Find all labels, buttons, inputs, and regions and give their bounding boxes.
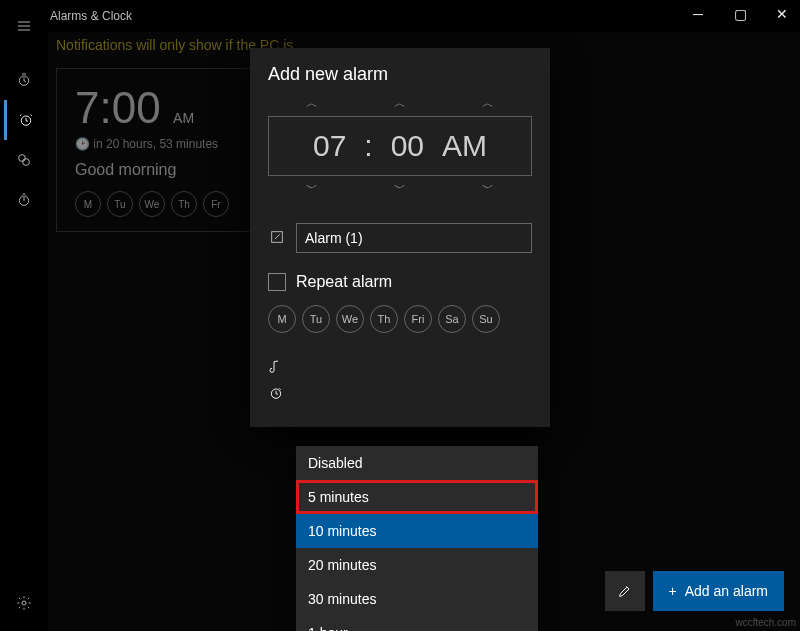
day-toggle[interactable]: M xyxy=(268,305,296,333)
dialog-days: MTuWeThFriSaSu xyxy=(268,305,532,333)
snooze-option[interactable]: 1 hour xyxy=(296,616,538,631)
time-picker[interactable]: 07 : 00 AM xyxy=(268,116,532,176)
snooze-option[interactable]: 10 minutes xyxy=(296,514,538,548)
add-alarm-dialog: Add new alarm ︿ ︿ ︿ 07 : 00 AM ﹀ ﹀ ﹀ Rep… xyxy=(250,48,550,427)
maximize-button[interactable]: ▢ xyxy=(730,4,750,24)
close-button[interactable]: ✕ xyxy=(772,4,792,24)
hour-value[interactable]: 07 xyxy=(313,129,346,163)
window-title: Alarms & Clock xyxy=(50,9,132,23)
plus-icon: + xyxy=(669,583,677,599)
dialog-title: Add new alarm xyxy=(268,64,532,85)
alarm-ampm: AM xyxy=(173,110,194,126)
alarm-name-input[interactable] xyxy=(296,223,532,253)
hour-down[interactable]: ﹀ xyxy=(300,180,324,197)
bell-icon: 🕑 xyxy=(75,137,93,151)
hour-up[interactable]: ︿ xyxy=(300,95,324,112)
snooze-option[interactable]: Disabled xyxy=(296,446,538,480)
day-toggle[interactable]: Tu xyxy=(302,305,330,333)
world-clock-icon[interactable] xyxy=(4,140,44,180)
day-toggle[interactable]: Th xyxy=(370,305,398,333)
edit-name-icon xyxy=(268,229,286,248)
day-pill: Fr xyxy=(203,191,229,217)
hamburger-button[interactable] xyxy=(4,6,44,46)
svg-point-3 xyxy=(23,159,30,166)
add-alarm-label: Add an alarm xyxy=(685,583,768,599)
day-toggle[interactable]: Sa xyxy=(438,305,466,333)
snooze-dropdown[interactable]: Disabled5 minutes10 minutes20 minutes30 … xyxy=(296,446,538,631)
add-alarm-button[interactable]: + Add an alarm xyxy=(653,571,784,611)
alarm-until: 🕑 in 20 hours, 53 minutes xyxy=(75,137,277,151)
day-pill: We xyxy=(139,191,165,217)
minute-up[interactable]: ︿ xyxy=(388,95,412,112)
day-pill: Th xyxy=(171,191,197,217)
svg-point-5 xyxy=(22,601,26,605)
ampm-up[interactable]: ︿ xyxy=(476,95,500,112)
time-colon: : xyxy=(364,129,372,163)
snooze-icon xyxy=(268,385,284,405)
timer-icon[interactable] xyxy=(4,60,44,100)
ampm-value[interactable]: AM xyxy=(442,129,487,163)
alarm-icon[interactable] xyxy=(4,100,44,140)
svg-point-2 xyxy=(19,155,26,162)
minimize-button[interactable]: ─ xyxy=(688,4,708,24)
sound-icon xyxy=(268,359,284,379)
day-toggle[interactable]: Su xyxy=(472,305,500,333)
day-pill: Tu xyxy=(107,191,133,217)
alarm-greeting: Good morning xyxy=(75,161,277,179)
settings-icon[interactable] xyxy=(4,583,44,623)
pencil-icon xyxy=(617,583,633,599)
day-toggle[interactable]: We xyxy=(336,305,364,333)
repeat-label: Repeat alarm xyxy=(296,273,392,291)
stopwatch-icon[interactable] xyxy=(4,180,44,220)
minute-down[interactable]: ﹀ xyxy=(388,180,412,197)
snooze-option[interactable]: 20 minutes xyxy=(296,548,538,582)
alarm-days: MTuWeThFr xyxy=(75,191,277,217)
minute-value[interactable]: 00 xyxy=(391,129,424,163)
snooze-option[interactable]: 30 minutes xyxy=(296,582,538,616)
day-pill: M xyxy=(75,191,101,217)
snooze-option[interactable]: 5 minutes xyxy=(296,480,538,514)
edit-button[interactable] xyxy=(605,571,645,611)
ampm-down[interactable]: ﹀ xyxy=(476,180,500,197)
watermark: wccftech.com xyxy=(735,617,796,628)
nav-rail xyxy=(0,0,48,631)
repeat-checkbox[interactable] xyxy=(268,273,286,291)
alarm-time: 7:00 xyxy=(75,83,161,133)
day-toggle[interactable]: Fri xyxy=(404,305,432,333)
